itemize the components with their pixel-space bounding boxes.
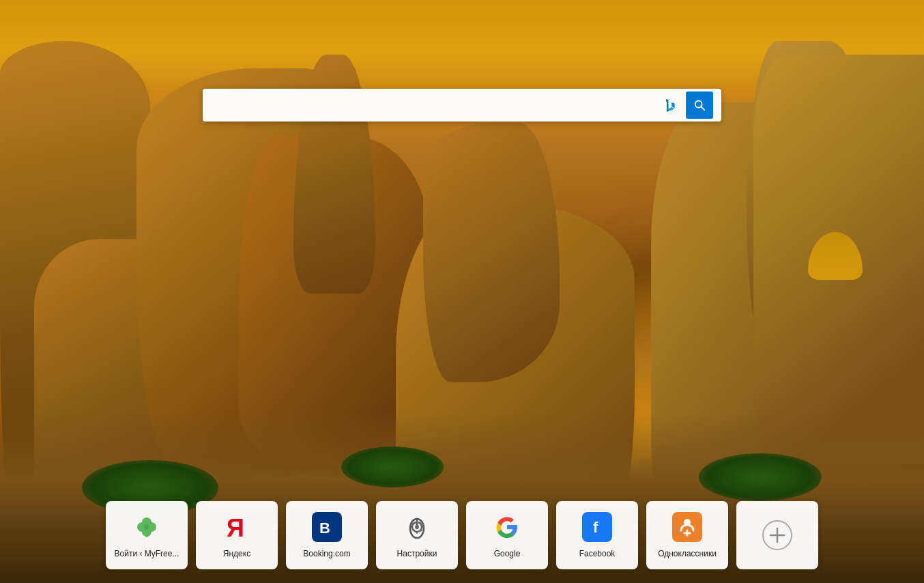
speed-dial-item-myfree[interactable]: Войти ‹ MyFree... — [106, 501, 188, 569]
bing-logo-icon — [661, 96, 680, 115]
vegetation-center — [341, 446, 444, 487]
myfree-label: Войти ‹ MyFree... — [115, 549, 179, 558]
svg-rect-19 — [421, 526, 424, 528]
svg-rect-18 — [410, 526, 413, 528]
yandex-label: Яндекс — [223, 549, 250, 558]
speed-dial-item-settings[interactable]: Настройки — [376, 501, 458, 569]
rock-mid-right-upper — [423, 123, 560, 382]
google-icon — [492, 512, 522, 542]
search-input[interactable] — [211, 99, 661, 111]
svg-point-15 — [415, 525, 419, 529]
booking-label: Booking.com — [303, 549, 350, 558]
svg-line-1 — [701, 106, 704, 110]
speed-dial-item-google[interactable]: Google — [466, 501, 548, 569]
svg-rect-16 — [416, 520, 418, 523]
speed-dial: Войти ‹ MyFree... Я Яндекс B Booking.com — [106, 501, 818, 569]
booking-icon: B — [312, 512, 342, 542]
search-container — [203, 89, 721, 122]
search-button[interactable] — [686, 91, 713, 119]
settings-label: Настройки — [397, 549, 437, 558]
svg-rect-6 — [145, 532, 148, 537]
svg-text:B: B — [319, 520, 330, 537]
settings-icon — [402, 512, 432, 542]
speed-dial-item-booking[interactable]: B Booking.com — [286, 501, 368, 569]
svg-point-7 — [144, 524, 149, 530]
speed-dial-item-yandex[interactable]: Я Яндекс — [196, 501, 278, 569]
svg-text:Я: Я — [227, 514, 244, 541]
speed-dial-item-ok[interactable]: Одноклассники — [646, 501, 728, 569]
speed-dial-item-add[interactable] — [736, 501, 818, 569]
google-label: Google — [494, 549, 521, 558]
svg-rect-17 — [416, 531, 418, 534]
yandex-icon: Я — [222, 512, 252, 542]
speed-dial-item-facebook[interactable]: f Facebook — [556, 501, 638, 569]
ok-label: Одноклассники — [658, 549, 717, 558]
svg-text:f: f — [593, 519, 598, 536]
myfree-icon — [132, 512, 162, 542]
facebook-icon: f — [582, 512, 612, 542]
search-bar — [203, 89, 721, 122]
add-icon — [762, 520, 792, 550]
background-image — [0, 0, 924, 583]
vegetation-right — [699, 453, 822, 501]
facebook-label: Facebook — [579, 549, 616, 558]
ok-icon — [672, 512, 702, 542]
